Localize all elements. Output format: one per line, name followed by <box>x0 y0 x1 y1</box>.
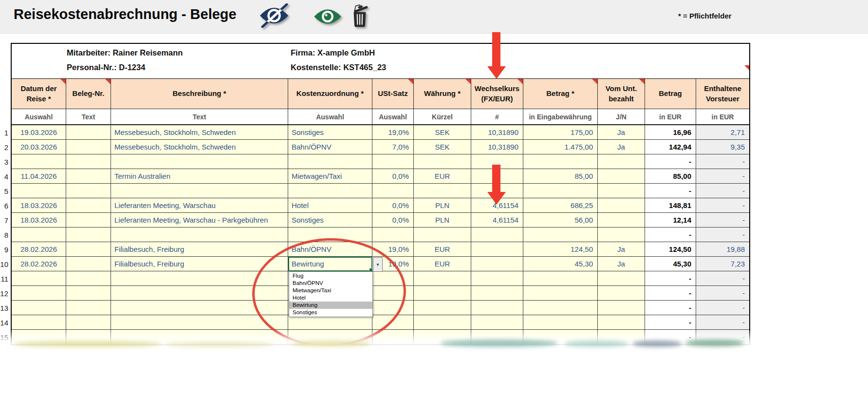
cell[interactable] <box>598 213 645 227</box>
cell[interactable] <box>414 301 471 315</box>
cell[interactable] <box>598 227 645 242</box>
cell[interactable] <box>372 286 414 301</box>
cell[interactable] <box>12 184 66 198</box>
cell[interactable] <box>372 271 414 286</box>
column-header[interactable]: Betrag * <box>523 79 598 109</box>
cell[interactable] <box>66 286 111 301</box>
cell[interactable]: - <box>645 227 696 242</box>
cell[interactable] <box>414 286 471 301</box>
cell[interactable] <box>598 184 645 198</box>
row-number[interactable]: 14 <box>0 315 8 330</box>
cell[interactable] <box>111 330 288 344</box>
dropdown-option[interactable]: Hotel <box>289 294 372 302</box>
cell[interactable]: - <box>696 301 749 315</box>
cell[interactable] <box>414 330 471 344</box>
column-header[interactable]: USt-Satz <box>372 79 414 109</box>
cell[interactable]: - <box>696 169 749 184</box>
column-subheader[interactable]: in EUR <box>645 109 696 125</box>
dropdown-option[interactable]: Mietwagen/Taxi <box>289 287 372 294</box>
cell[interactable]: Filialbesuch, Freiburg <box>111 242 288 257</box>
cell[interactable] <box>414 271 471 286</box>
cell[interactable] <box>288 154 372 169</box>
cell[interactable]: 28.02.2026 <box>12 257 66 271</box>
cell[interactable] <box>523 271 598 286</box>
row-number[interactable]: 12 <box>0 286 8 301</box>
cell[interactable]: - <box>645 286 696 301</box>
cell[interactable] <box>12 227 66 242</box>
dropdown-option[interactable]: Bahn/ÖPNV <box>289 280 372 287</box>
cell[interactable]: 28.02.2026 <box>12 242 66 257</box>
cell[interactable]: 175,00 <box>523 125 598 140</box>
cell[interactable] <box>598 154 645 169</box>
cell[interactable]: 20.03.2026 <box>12 140 66 154</box>
cell[interactable] <box>288 330 372 344</box>
cell[interactable] <box>598 315 645 330</box>
cell[interactable] <box>598 198 645 213</box>
cell[interactable] <box>523 315 598 330</box>
cell[interactable] <box>471 242 523 257</box>
cell[interactable]: - <box>696 198 749 213</box>
cell[interactable] <box>471 301 523 315</box>
cell[interactable]: - <box>696 271 749 286</box>
cell[interactable]: 10,31890 <box>471 140 523 154</box>
cell[interactable] <box>414 184 471 198</box>
cell[interactable] <box>523 330 598 344</box>
row-number[interactable]: 5 <box>0 184 8 198</box>
column-subheader[interactable]: J/N <box>598 109 645 125</box>
cell[interactable]: - <box>696 286 749 301</box>
cell[interactable]: Messebesuch, Stockholm, Schweden <box>111 125 288 140</box>
cell[interactable] <box>471 257 523 271</box>
cell[interactable]: 142,94 <box>645 140 696 154</box>
cell[interactable]: Mietwagen/Taxi <box>288 169 372 184</box>
row-number[interactable]: 10 <box>0 257 8 271</box>
cell[interactable]: 7,0% <box>372 140 414 154</box>
cell[interactable] <box>111 154 288 169</box>
column-subheader[interactable]: in EUR <box>696 109 749 125</box>
cell[interactable] <box>598 330 645 344</box>
cell[interactable]: - <box>696 330 749 344</box>
cell[interactable]: 4,61154 <box>471 198 523 213</box>
cell[interactable]: 56,00 <box>523 213 598 227</box>
cell[interactable]: Bahn/ÖPNV <box>288 140 372 154</box>
cell[interactable]: Bewirtung <box>288 257 372 271</box>
cell[interactable] <box>288 227 372 242</box>
delete-button[interactable] <box>351 3 369 30</box>
cell[interactable]: - <box>645 154 696 169</box>
cell[interactable]: 19,0% <box>372 242 414 257</box>
dropdown-arrow-button[interactable]: ▼ <box>373 257 383 272</box>
row-number[interactable]: 15 <box>0 330 8 344</box>
cell[interactable]: Ja <box>598 140 645 154</box>
cell[interactable]: Ja <box>598 257 645 271</box>
cell[interactable] <box>66 242 111 257</box>
cell[interactable]: - <box>696 154 749 169</box>
show-values-button[interactable] <box>313 5 343 30</box>
row-number[interactable]: 4 <box>0 169 8 184</box>
cell[interactable]: 10,31890 <box>471 125 523 140</box>
cell[interactable]: 0,0% <box>372 213 414 227</box>
cell[interactable]: Ja <box>598 125 645 140</box>
cell[interactable] <box>523 227 598 242</box>
row-number[interactable]: 6 <box>0 198 8 213</box>
cell[interactable] <box>414 315 471 330</box>
cell[interactable] <box>372 227 414 242</box>
row-number[interactable]: 3 <box>0 154 8 169</box>
cell[interactable] <box>12 315 66 330</box>
cell[interactable]: 0,0% <box>372 198 414 213</box>
cell[interactable]: - <box>696 315 749 330</box>
cell[interactable]: 18.03.2026 <box>12 198 66 213</box>
cell[interactable] <box>111 301 288 315</box>
cell[interactable] <box>66 315 111 330</box>
cell[interactable]: - <box>645 315 696 330</box>
dropdown-option[interactable]: Bewirtung <box>289 302 372 309</box>
column-header[interactable]: Beleg-Nr. <box>66 79 111 109</box>
cell[interactable]: Bahn/ÖPNV <box>288 242 372 257</box>
cell[interactable]: 124,50 <box>645 242 696 257</box>
cell[interactable]: 19.03.2026 <box>12 125 66 140</box>
cell[interactable]: - <box>645 301 696 315</box>
cell[interactable]: 9,35 <box>696 140 749 154</box>
row-number[interactable]: 13 <box>0 301 8 315</box>
column-header[interactable]: Vom Unt. bezahlt <box>598 79 645 109</box>
cell[interactable] <box>12 301 66 315</box>
cell[interactable] <box>66 198 111 213</box>
cell[interactable]: SEK <box>414 140 471 154</box>
